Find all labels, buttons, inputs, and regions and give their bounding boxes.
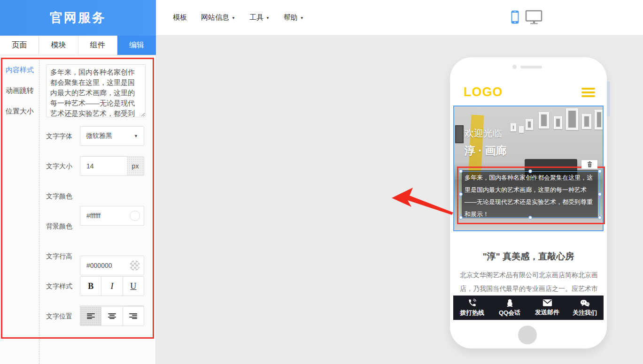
font-color-value: #ffffff: [86, 212, 101, 220]
align-left-icon: [87, 313, 95, 319]
section-heading: "淳" 真美感，直敲心房: [453, 250, 604, 263]
preview-scrollbar-thumb[interactable]: [607, 81, 610, 117]
tab-label: 组件: [90, 40, 105, 50]
preview-site-header: LOGO: [453, 79, 604, 106]
wechat-icon: [580, 299, 590, 307]
gallery-frame: [539, 112, 549, 129]
toolbar-item-label: 关注我们: [573, 309, 597, 317]
toolbar-item-follow-us[interactable]: 关注我们: [566, 296, 604, 320]
sidebar-item-content-style[interactable]: 内容样式: [6, 66, 37, 75]
resize-handle-bottom-center[interactable]: [528, 216, 532, 220]
font-size-value: 14: [86, 162, 94, 170]
field-label-font-style: 文字样式: [46, 282, 72, 291]
phone-home-button: [518, 326, 537, 344]
field-label-font-size: 文字大小: [46, 162, 72, 171]
mail-icon: [542, 299, 552, 307]
tab-label: 编辑: [129, 40, 144, 50]
tab-pages[interactable]: 页面: [0, 36, 39, 55]
edit-panel: 内容样式 动画跳转 位置大小 多年来，国内各种名家创作都会聚集在这里，这里是国内…: [0, 55, 156, 364]
font-size-input[interactable]: 14 px: [80, 156, 144, 176]
panel-tabbar: 页面 模块 组件 编辑: [0, 36, 156, 55]
section-paragraph: 北京文华阁艺术品有限公司北京画店简称北京画店，乃我国当代最早的专业画店之一。应艺…: [460, 268, 598, 296]
mobile-preview-icon[interactable]: [511, 10, 519, 24]
nav-item-label: 模板: [173, 13, 187, 22]
font-family-value: 微软雅黑: [86, 132, 112, 140]
nav-item-site-info[interactable]: 网站信息 ▼: [201, 13, 235, 22]
toolbar-item-label: 拨打热线: [460, 309, 484, 317]
desktop-preview-icon[interactable]: [525, 10, 543, 24]
phone-call-icon: [468, 298, 477, 307]
chevron-down-icon: ▼: [266, 16, 270, 20]
tab-edit[interactable]: 编辑: [117, 36, 156, 55]
website-builder-app: 官网服务 模板 网站信息 ▼ 工具 ▼ 帮助 ▼: [0, 0, 643, 364]
italic-button[interactable]: I: [101, 277, 123, 296]
font-color-swatch[interactable]: [130, 211, 140, 221]
toolbar-item-hotline[interactable]: 拨打热线: [453, 296, 491, 320]
align-right-button[interactable]: [123, 307, 144, 326]
annotation-arrow: [388, 186, 455, 217]
field-label-bg-color: 背景颜色: [46, 222, 72, 231]
top-navigation: 模板 网站信息 ▼ 工具 ▼ 帮助 ▼: [156, 0, 643, 36]
banner-title-text: 淳 · 画廊: [465, 144, 506, 158]
gallery-frame: [554, 116, 562, 129]
font-color-input[interactable]: #ffffff: [80, 206, 144, 226]
nav-item-label: 帮助: [284, 13, 298, 22]
bg-color-swatch[interactable]: [130, 260, 140, 271]
bg-color-input[interactable]: #000000: [80, 256, 144, 275]
resize-handle-top-right[interactable]: [598, 169, 602, 173]
brand-header: 官网服务: [0, 0, 156, 36]
selection-bounding-box[interactable]: [461, 171, 600, 218]
sidebar-item-animation-jump[interactable]: 动画跳转: [6, 86, 37, 95]
nav-item-label: 工具: [249, 13, 263, 22]
panel-divider: [39, 58, 39, 364]
nav-item-tools[interactable]: 工具 ▼: [249, 13, 270, 22]
phone-speaker-bar: [520, 66, 542, 68]
phone-camera-dot: [512, 65, 517, 69]
nav-item-help[interactable]: 帮助 ▼: [284, 13, 304, 22]
gallery-frame: [566, 108, 578, 130]
field-label-text-align: 文字位置: [46, 312, 72, 321]
align-center-button[interactable]: [101, 307, 123, 326]
content-text-input[interactable]: 多年来，国内各种名家创作都会聚集在这里，这里是国内最大的艺术画廊，这里的每一种艺…: [46, 64, 146, 117]
chevron-down-icon: ▼: [134, 134, 138, 138]
nav-item-template[interactable]: 模板: [173, 13, 187, 22]
tab-components[interactable]: 组件: [78, 36, 117, 55]
nav-item-label: 网站信息: [201, 13, 229, 22]
sidebar-item-position-size[interactable]: 位置大小: [6, 107, 37, 116]
tab-label: 模块: [51, 40, 66, 50]
device-preview-toggle: [511, 10, 543, 24]
font-size-unit: px: [127, 157, 144, 175]
mobile-preview-frame: LOGO 欢迎光临 淳 · 画廊 多年来，国内各种名家创: [450, 57, 607, 349]
toolbar-item-send-mail[interactable]: 发送邮件: [528, 296, 566, 320]
resize-handle-top-left[interactable]: [459, 169, 463, 173]
site-logo: LOGO: [464, 85, 503, 99]
text-align-group: [80, 306, 144, 326]
tab-modules[interactable]: 模块: [39, 36, 78, 55]
resize-handle-bottom-left[interactable]: [459, 216, 463, 220]
toolbar-item-label: QQ会话: [499, 309, 520, 317]
resize-handle-middle-right[interactable]: [598, 192, 602, 196]
gallery-frame: [526, 119, 533, 130]
banner-welcome-text: 欢迎光临: [465, 127, 502, 140]
trash-icon: [587, 161, 592, 167]
gallery-frame: [519, 126, 524, 133]
align-left-button[interactable]: [80, 307, 101, 326]
align-right-icon: [129, 313, 137, 319]
field-label-line-height: 文字行高: [46, 252, 72, 261]
bold-button[interactable]: B: [80, 277, 101, 296]
resize-handle-bottom-right[interactable]: [598, 216, 602, 220]
resize-handle-top-center[interactable]: [528, 169, 532, 173]
gallery-frame: [511, 123, 516, 131]
font-family-select[interactable]: 微软雅黑 ▼: [80, 126, 144, 146]
toolbar-item-label: 发送邮件: [535, 308, 559, 317]
resize-handle-middle-left[interactable]: [459, 192, 463, 196]
hamburger-menu-icon[interactable]: [581, 88, 595, 99]
delete-element-button[interactable]: [581, 160, 597, 169]
underline-button[interactable]: U: [123, 277, 144, 296]
chevron-down-icon: ▼: [300, 16, 304, 20]
field-label-font-color: 文字颜色: [46, 192, 72, 201]
toolbar-item-qq-chat[interactable]: QQ会话: [491, 296, 528, 320]
tab-label: 页面: [12, 40, 27, 50]
field-label-font-family: 文字字体: [46, 132, 72, 141]
gallery-frame: [595, 110, 604, 129]
